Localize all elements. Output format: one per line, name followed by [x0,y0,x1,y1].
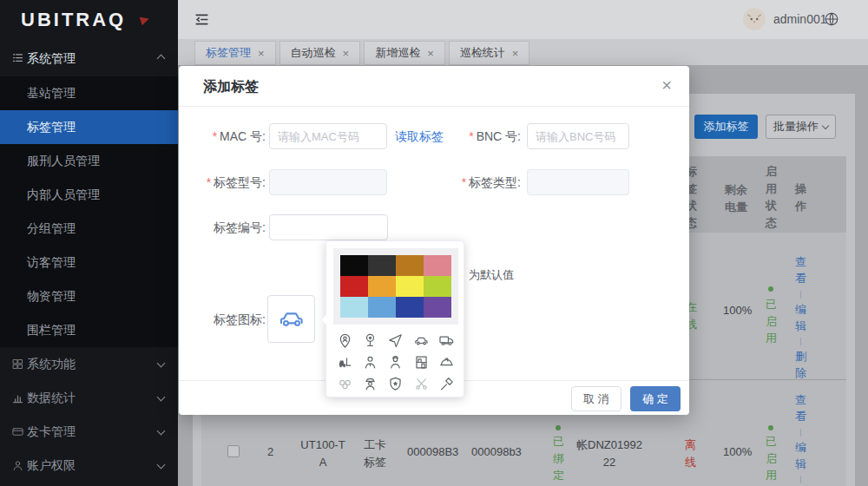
mac-input[interactable] [269,123,387,149]
row2-model: UT100-TA [299,437,347,470]
sidebar-item[interactable]: 访客管理 [0,246,178,279]
palette-swatch[interactable] [368,276,396,297]
palette-swatch[interactable] [368,297,396,318]
sidebar-submenu: 基站管理标签管理服刑人员管理内部人员管理分组管理访客管理物资管理围栏管理 [0,76,178,347]
bnc-label: *BNC 号: [458,129,521,145]
sidebar-group[interactable]: 系统功能 [0,347,178,381]
tab-close-icon[interactable]: × [258,47,265,60]
sidebar-item[interactable]: 内部人员管理 [0,178,178,212]
model-input[interactable] [269,169,387,195]
truck-icon[interactable] [434,330,459,351]
mac-label-text: MAC 号: [220,129,266,143]
sidebar-group-label: 系统管理 [27,51,76,67]
batch-operation-button[interactable]: 批量操作 [766,115,836,139]
code-label: 标签编号: [203,220,266,236]
palette-swatch[interactable] [424,255,451,276]
action-divider [800,291,801,299]
row2-bind-dot [556,425,561,430]
chevron-down-icon [157,461,166,470]
row1-battery: 100% [723,304,752,317]
tab-label: 巡检统计 [460,45,505,61]
location-pin-icon[interactable] [358,330,383,351]
sidebar-item[interactable]: 服刑人员管理 [0,144,178,178]
close-icon[interactable]: × [661,76,672,95]
scissors-icon[interactable] [409,373,434,395]
collapse-menu-icon[interactable] [194,11,210,28]
sidebar-item[interactable]: 分组管理 [0,212,178,246]
hammer-icon[interactable] [434,373,459,395]
shield-star-icon[interactable] [383,373,408,395]
palette-swatch[interactable] [396,255,424,276]
sidebar-group[interactable]: 账户权限 [0,449,178,483]
sidebar-group[interactable]: 发卡管理 [0,415,178,449]
tab-close-icon[interactable]: × [343,47,350,60]
confirm-button[interactable]: 确 定 [630,386,681,411]
type-input[interactable] [527,169,629,195]
tab-label: 标签管理 [206,45,251,61]
hardhat-icon[interactable] [434,351,459,373]
tab-标签管理[interactable]: 标签管理× [194,41,276,65]
row1-enabled-dot [768,286,773,292]
action-link-查看[interactable]: 查看 [793,254,808,287]
sidebar-item-system-management[interactable]: 系统管理 [0,45,178,71]
action-link-查看[interactable]: 查看 [793,392,808,425]
forklift-icon[interactable] [332,351,358,373]
police-icon[interactable] [358,373,383,395]
tab-新增巡检[interactable]: 新增巡检× [364,41,445,65]
username[interactable]: admin001 [773,12,827,26]
palette-swatch[interactable] [340,297,368,318]
palette-swatch[interactable] [396,276,424,297]
add-tag-button[interactable]: 添加标签 [694,115,758,139]
palette-swatch[interactable] [340,255,368,276]
dialog-title: 添加标签 [203,78,259,96]
action-link-编辑[interactable]: 编辑 [793,440,808,473]
action-link-删除[interactable]: 删除 [793,349,808,382]
selected-tag-icon-button[interactable] [267,295,315,343]
person-pin-icon[interactable] [332,330,358,351]
sidebar-item[interactable]: 围栏管理 [0,313,178,347]
palette-swatch[interactable] [396,297,424,318]
logo-arrow-icon [140,15,151,26]
row2-bind-target: 帐DNZ0199222 [575,437,644,470]
popover-arrow [320,314,332,325]
palette-swatch[interactable] [368,255,396,276]
wheels-icon[interactable] [332,373,358,395]
sidebar-group-label: 账户权限 [27,458,76,474]
palette-swatch[interactable] [424,276,451,297]
man-icon[interactable] [358,351,383,373]
required-mark: * [462,175,466,189]
action-link-编辑[interactable]: 编辑 [793,302,808,335]
navigation-icon[interactable] [383,330,408,351]
cancel-button[interactable]: 取 消 [571,386,621,411]
language-globe-icon[interactable] [824,11,839,27]
sidebar-item[interactable]: 标签管理 [0,110,178,144]
shelf-icon[interactable] [409,351,434,373]
grid-icon [11,358,24,371]
chevron-down-icon [157,427,166,436]
col-header-enabled: 启用状态 [764,163,779,231]
chevron-down-icon [157,359,166,368]
palette-swatch[interactable] [340,276,368,297]
required-mark: * [469,129,473,143]
avatar[interactable] [743,8,766,30]
woman-icon[interactable] [383,351,408,373]
sidebar-item[interactable]: 基站管理 [0,76,178,110]
app-window: UBITRAQ 系统管理 基站管理标签管理服刑人员管理内部人员管理分组管理访客管… [0,0,868,486]
icon-label: 标签图标: [203,312,266,328]
sidebar-item[interactable]: 物资管理 [0,279,178,313]
tab-巡检统计[interactable]: 巡检统计× [449,41,530,65]
tab-自动巡检[interactable]: 自动巡检× [279,41,361,65]
type-label-text: 标签类型: [469,175,521,189]
tab-close-icon[interactable]: × [512,47,519,60]
required-mark: * [213,129,217,143]
tab-close-icon[interactable]: × [427,47,434,60]
icon-picker-popover [326,240,464,397]
car-icon[interactable] [409,330,434,351]
read-tag-link[interactable]: 读取标签 [395,129,444,145]
bnc-input[interactable] [527,123,629,149]
palette-swatch[interactable] [424,297,451,318]
row2-checkbox[interactable] [227,445,240,457]
code-input[interactable] [269,214,388,240]
sidebar-group[interactable]: 数据统计 [0,381,178,415]
batch-operation-label: 批量操作 [773,120,819,133]
